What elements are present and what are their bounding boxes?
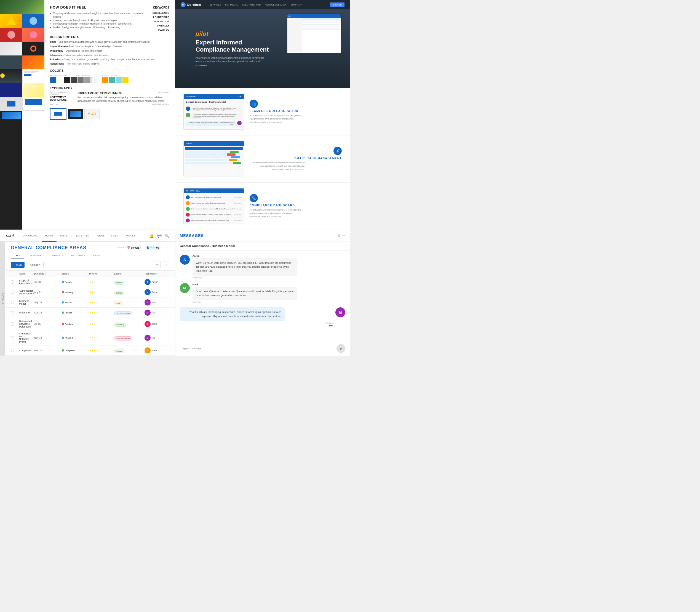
owner-name-2: Me [152, 301, 155, 304]
typo-font-name: INVESTMENT COMPLIANCE [50, 96, 72, 101]
tab-comments[interactable]: COMMENTS [45, 252, 68, 259]
design-criteria: Color – Bold primary hues juxtaposed wit… [50, 40, 169, 66]
notification-icon[interactable]: 🔔 [149, 234, 154, 238]
status-4: Pending [62, 323, 89, 325]
checkbox-3[interactable] [11, 311, 14, 314]
task-row-5: Clearance and Notifiable events Nov 18 P… [5, 330, 175, 346]
tab-progress[interactable]: PROGRESS [67, 252, 89, 259]
act-1-text: Mark completed the Risk Calculation task [191, 196, 233, 198]
owner-6: M Mark [144, 347, 169, 353]
pilot-badge: pilot [196, 30, 208, 38]
view-button[interactable]: ⊞ [163, 262, 169, 268]
star-4d: ★ [96, 323, 98, 325]
laptop-nav-label: pilot [288, 15, 291, 17]
cell-12 [231, 156, 240, 158]
nav-plans[interactable]: PLANS [42, 230, 57, 242]
msg-panel-header: MESSAGES ⊞ ✏ [175, 230, 350, 241]
msg-1-avatar [186, 107, 190, 111]
task-row-4: Outsourced Services / Delegation Jul 15 … [5, 318, 175, 330]
filter-button[interactable]: ? [154, 262, 160, 268]
add-task-button[interactable]: + TASK [11, 262, 25, 268]
task-name-1: Authorisation under AIFMD [19, 290, 34, 295]
checkbox-2[interactable] [11, 301, 14, 304]
criterion-5: Iconography – Thin lines, light weight, … [50, 62, 169, 66]
star-2a: ★ [89, 301, 91, 304]
task-date-2: Sep 14 [34, 301, 62, 304]
search-icon[interactable]: 🔍 [165, 234, 169, 238]
criteria-title: DESIGN CRITERIA [50, 35, 169, 39]
send-button[interactable]: ➤ [337, 344, 345, 353]
nav-dashboard[interactable]: DASHBOARD [19, 230, 42, 242]
nav-templates[interactable]: TEMPLATES [71, 230, 92, 242]
dashboard-mockup-header: ACTIVITY FEED [184, 189, 244, 193]
msg-grid-icon[interactable]: ⊞ [338, 234, 340, 238]
th-priority: Priority ↕ [89, 272, 114, 275]
tab-files[interactable]: FILES [89, 252, 104, 259]
label-2: audit [114, 300, 144, 305]
star-6a: ★ [89, 349, 91, 352]
cell-16 [229, 159, 238, 161]
msg-panel-title: MESSAGES [180, 234, 204, 238]
checkbox-4[interactable] [11, 322, 14, 325]
th-tasks: Tasks [19, 272, 34, 275]
team-label: TEAM [150, 247, 155, 249]
swatch-yellow [123, 77, 129, 83]
nav-forms[interactable]: FORMS [92, 230, 108, 242]
msg-edit-icon[interactable]: ✏ [343, 234, 345, 238]
message-input[interactable] [180, 345, 334, 352]
star-4c: ★ [94, 323, 96, 325]
chat-icon[interactable]: 💬 [157, 234, 162, 238]
sidebar-arrow[interactable]: ▶ [2, 302, 4, 305]
design-image-5 [22, 28, 44, 42]
mockup-thumb-dark [68, 109, 83, 119]
th-status-label: Status [62, 272, 69, 275]
project-title-row: GENERAL COMPLIANCE AREAS DUE DATE 📅 08/0… [11, 245, 169, 250]
act-1-time: 2 days ago [234, 196, 242, 198]
table-row-3 [185, 156, 243, 158]
design-image-3 [22, 14, 44, 28]
act-2-text: Aaron commented on the Business Model ta… [191, 202, 233, 204]
star-5a: ★ [89, 337, 91, 339]
nav-profile[interactable]: PROFILE [122, 230, 139, 242]
nav-services[interactable]: SERVICES [210, 4, 221, 6]
status-0: Paused [62, 281, 89, 283]
act-3: Keith made you the task owner for Market… [186, 206, 242, 212]
nav-tasks[interactable]: TASKS [57, 230, 71, 242]
collab-title: SEAMLESS COLLABORATION [249, 110, 342, 113]
checkbox-5[interactable] [11, 336, 14, 339]
cordium-logo-text: Cordium [187, 3, 201, 6]
actions-button[interactable]: Actions ▾ [27, 262, 44, 268]
act-5-text: Pablo commented his task Periodic Statem… [191, 220, 233, 221]
th-tasks-label: Tasks [19, 272, 25, 275]
th-priority-label: Priority [89, 272, 98, 275]
project-meta: DUE DATE 📅 08/09/17 👤 TEAM 09 ⋮ [117, 245, 169, 250]
sort-arrow-priority: ↕ [98, 273, 99, 275]
tab-calendar[interactable]: CALENDAR [24, 252, 45, 259]
nav-software[interactable]: SOFTWARE [225, 4, 238, 6]
team-icon: 👤 [146, 246, 149, 249]
design-image-16 [0, 111, 22, 230]
nav-company[interactable]: COMPANY [290, 4, 302, 6]
design-image-14 [0, 97, 22, 111]
msg-thread-1: M Mark Good point @Aaron. I believe that… [180, 283, 346, 304]
cell-6 [205, 153, 217, 156]
tab-list[interactable]: LIST [11, 252, 24, 259]
bullet-3: Incorporating inspiration from Mary Heil… [53, 22, 150, 26]
checkbox-6[interactable] [11, 349, 14, 352]
msg-time-1: 1 day ago [192, 301, 346, 303]
kebab-menu[interactable]: ⋮ [165, 245, 169, 250]
how-title: HOW DOES IT FEEL [50, 5, 150, 9]
feature-dashboard: ACTIVITY FEED Mark completed the Risk Ca… [175, 183, 350, 230]
table-row-4 [185, 159, 243, 161]
checkbox-0[interactable] [11, 280, 14, 284]
cordium-hero: C Cordium SERVICES SOFTWARE SOLUTIONS FO… [175, 0, 350, 88]
act-3-text: Keith made you the task owner for Market… [191, 208, 233, 210]
nav-knowledge[interactable]: KNOWLEDGE AREA [265, 4, 287, 6]
laptop-row-2 [302, 20, 340, 22]
nav-solutions[interactable]: SOLUTIONS FOR [242, 4, 261, 6]
nav-files[interactable]: FILES [108, 230, 122, 242]
signup-button[interactable]: SIGNUP [330, 2, 344, 7]
color-label-blacks: BLACKS/GREYS [75, 74, 90, 76]
checkbox-1[interactable] [11, 291, 14, 294]
project-title: GENERAL COMPLIANCE AREAS [11, 245, 86, 250]
